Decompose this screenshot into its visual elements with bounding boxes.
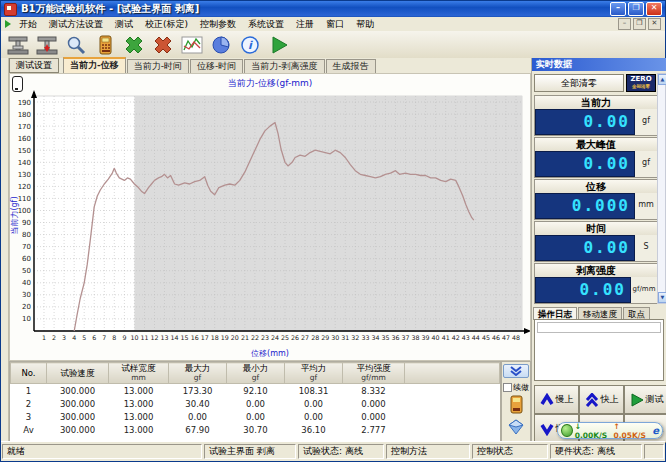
table-column-header[interactable]: 试样宽度mm (109, 363, 169, 384)
clear-green-icon[interactable] (120, 32, 148, 57)
table-column-header[interactable]: 平均力gf (285, 363, 343, 384)
displacement-value: 0.000 (535, 193, 635, 219)
svg-text:170: 170 (18, 123, 31, 131)
zoom-icon[interactable] (62, 32, 90, 57)
realtime-panel-header: 实时数据 (532, 58, 666, 71)
svg-text:22: 22 (251, 334, 259, 341)
info-icon[interactable]: i (236, 32, 264, 57)
svg-text:39: 39 (422, 334, 430, 341)
calculator-icon[interactable] (91, 32, 119, 57)
chart-y-axis-label: 当前力(gf) (9, 186, 20, 246)
toolbar: i (1, 31, 665, 59)
machine-test-icon[interactable] (33, 32, 61, 57)
mdi-close-button[interactable]: ✕ (648, 18, 661, 30)
tab-force-peel-strength[interactable]: 当前力-剥离强度 (244, 59, 324, 73)
menu-item-7[interactable]: 窗口 (320, 18, 350, 31)
clear-red-icon[interactable] (149, 32, 177, 57)
menu-item-4[interactable]: 控制参数 (194, 18, 242, 31)
tab-force-time[interactable]: 当前力-时间 (127, 59, 189, 73)
title-bar[interactable]: B1万能试验机软件 - [试验主界面 剥离] – ❐ ✕ (1, 1, 665, 17)
close-button[interactable]: ✕ (646, 2, 662, 16)
menu-item-8[interactable]: 帮助 (350, 18, 380, 31)
left-splitter[interactable] (1, 58, 9, 442)
svg-text:33: 33 (361, 334, 369, 341)
display-peel-strength: 剥离强度 0.00gf/mm (534, 263, 658, 304)
table-row[interactable]: 1300.00013.000173.3092.10108.318.332 (11, 384, 500, 398)
svg-text:40: 40 (432, 334, 440, 341)
svg-text:14: 14 (171, 334, 179, 341)
table-column-header[interactable]: 试验速度 (47, 363, 109, 384)
tab-force-displacement[interactable]: 当前力-位移 (63, 57, 126, 73)
chart-canvas: 1234567891011121314151617181920212223242… (10, 88, 530, 350)
menu-item-5[interactable]: 系统设置 (242, 18, 290, 31)
display-current-force: 当前力 0.00gf (534, 95, 658, 136)
continue-checkbox[interactable]: 续做 (503, 382, 529, 393)
current-force-value: 0.00 (535, 109, 635, 135)
table-row[interactable]: 2300.00013.00030.400.000.000.000 (11, 397, 500, 410)
svg-text:70: 70 (22, 243, 31, 251)
calculator-small-icon[interactable] (507, 395, 525, 417)
svg-text:16: 16 (191, 334, 199, 341)
table-column-header[interactable]: 最大力gf (169, 363, 227, 384)
svg-text:3: 3 (62, 334, 66, 341)
svg-text:140: 140 (18, 159, 31, 167)
svg-text:2: 2 (52, 334, 56, 341)
panel-scrollbar[interactable]: ▲ ▼ (657, 73, 666, 304)
svg-text:180: 180 (18, 111, 31, 119)
svg-text:10: 10 (22, 315, 31, 323)
restore-button[interactable]: ❐ (628, 2, 644, 16)
table-row[interactable]: 3300.00013.0000.000.000.000.000 (11, 410, 500, 423)
menu-item-0[interactable]: 开始 (13, 18, 43, 31)
scroll-down-icon[interactable]: ▼ (658, 292, 666, 303)
zero-badge[interactable]: ZERO全部清零 (626, 74, 656, 92)
fast-up-button[interactable]: 快上 (579, 385, 624, 414)
start-arrow-icon (5, 20, 11, 28)
mdi-restore-button[interactable]: ❐ (633, 18, 646, 30)
collapse-table-button[interactable] (503, 364, 529, 378)
start-icon[interactable] (265, 32, 293, 57)
app-icon (4, 3, 17, 16)
tab-displacement-time[interactable]: 位移-时间 (190, 59, 243, 73)
table-row[interactable]: Av300.00013.00067.9030.7036.102.777 (11, 423, 500, 436)
svg-text:35: 35 (381, 334, 389, 341)
svg-text:26: 26 (291, 334, 299, 341)
svg-text:38: 38 (412, 334, 420, 341)
curve-graph-icon[interactable] (178, 32, 206, 57)
table-column-header[interactable]: 平均强度gf/mm (343, 363, 405, 384)
status-hardware-state: 硬件状态: 离线 (550, 444, 642, 459)
svg-text:30: 30 (22, 291, 31, 299)
menu-item-3[interactable]: 校正(标定) (139, 18, 194, 31)
table-column-header[interactable]: 最小力gf (227, 363, 285, 384)
table-column-header[interactable]: No. (11, 363, 47, 384)
down-arrow-icon: ↓ (575, 422, 581, 431)
results-table: No.试验速度试样宽度mm最大力gf最小力gf平均力gf平均强度gf/mm 13… (10, 362, 500, 436)
scroll-up-icon[interactable]: ▲ (658, 74, 666, 85)
svg-text:4: 4 (72, 334, 76, 341)
log-input[interactable] (537, 322, 661, 333)
svg-text:20: 20 (231, 334, 239, 341)
machine-setup-icon[interactable] (4, 32, 32, 57)
checkbox-box[interactable] (503, 383, 512, 392)
net-speed-widget[interactable]: ↓ 0.00K/S ↑ 0.05K/S e (557, 422, 663, 439)
menu-item-2[interactable]: 测试 (109, 18, 139, 31)
table-column-filler (405, 363, 500, 384)
menu-item-1[interactable]: 测试方法设置 (43, 18, 109, 31)
status-ready: 就绪 (2, 444, 202, 459)
menu-item-6[interactable]: 注册 (290, 18, 320, 31)
browser-icon[interactable]: e (652, 425, 659, 436)
mdi-minimize-button[interactable]: – (618, 18, 631, 30)
pie-chart-icon[interactable] (207, 32, 235, 57)
tab-report[interactable]: 生成报告 (326, 59, 376, 73)
tab-test-settings[interactable]: 测试设置 (9, 58, 59, 73)
svg-text:48: 48 (512, 334, 520, 341)
menu-items: 开始测试方法设置测试校正(标定)控制参数系统设置注册窗口帮助 (13, 18, 380, 31)
zero-all-button[interactable]: 全部清零 (534, 74, 624, 92)
svg-text:31: 31 (341, 334, 349, 341)
test-button[interactable]: 测试 (624, 385, 666, 414)
minimize-button[interactable]: – (610, 2, 626, 16)
operation-log-box[interactable] (534, 319, 664, 381)
mdi-window-controls: – ❐ ✕ (618, 18, 665, 30)
export-3d-icon[interactable] (507, 419, 525, 437)
slow-up-button[interactable]: 慢上 (534, 385, 579, 414)
svg-text:160: 160 (18, 135, 31, 143)
